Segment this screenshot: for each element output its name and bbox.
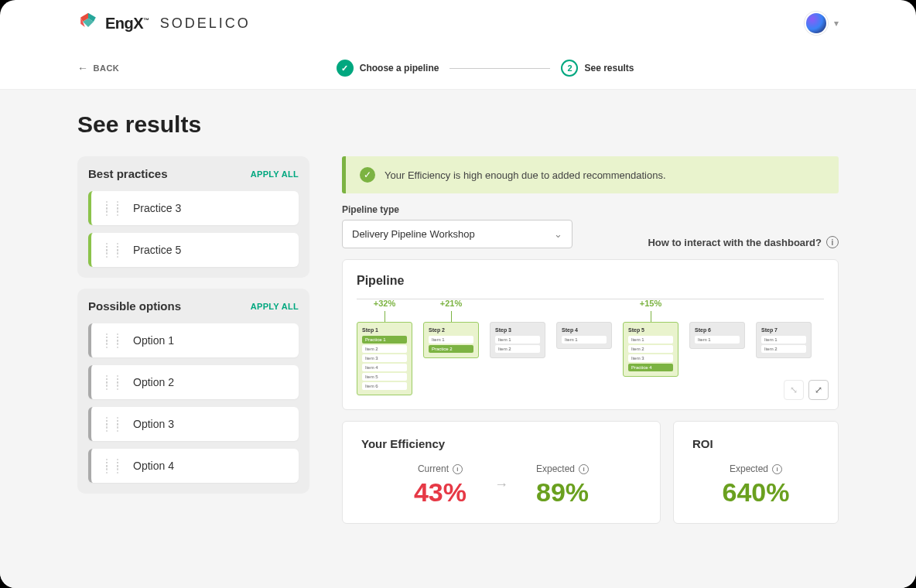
pipeline-step[interactable]: Step 3Item 1Item 2 [490, 322, 545, 358]
step-1[interactable]: ✓ Choose a pipeline [337, 60, 439, 77]
step-name: Step 6 [695, 327, 740, 333]
step-item: Item 2 [761, 345, 806, 353]
step-name: Step 4 [562, 327, 607, 333]
percent-change: +32% [374, 299, 395, 308]
brand-subtitle: SODELICO [160, 15, 251, 32]
best-practices-panel: Best practices APPLY ALL ⋮⋮⋮⋮⋮⋮Practice … [77, 156, 309, 278]
step-name: Step 1 [362, 327, 407, 333]
roi-panel: ROI Expectedi 640% [673, 421, 839, 524]
check-circle-icon: ✓ [360, 167, 375, 183]
step-item: Practice 2 [429, 345, 473, 353]
apply-all-button[interactable]: APPLY ALL [251, 169, 299, 179]
step-item: Item 6 [362, 382, 407, 390]
step-item: Item 2 [628, 345, 673, 353]
current-value: 43% [414, 477, 467, 508]
expected-value: 89% [536, 477, 589, 508]
arrow-right-icon: → [494, 477, 508, 493]
topbar: EngX™ SODELICO ▾ [0, 0, 916, 47]
zoom-in-button[interactable]: ⤢ [808, 380, 829, 400]
grip-icon[interactable]: ⋮⋮⋮⋮⋮⋮ [102, 203, 124, 213]
alert-text: Your Efficiency is high enough due to ad… [385, 169, 666, 181]
percent-change: +15% [640, 299, 661, 308]
arrow-left-icon: ← [77, 62, 89, 74]
current-label: Currenti [418, 463, 463, 474]
card-label: Option 3 [133, 418, 174, 430]
step-item: Item 2 [362, 345, 407, 353]
info-icon: i [826, 236, 839, 248]
success-alert: ✓ Your Efficiency is high enough due to … [342, 156, 839, 193]
step-item: Item 5 [362, 373, 407, 381]
metric-title: ROI [692, 437, 819, 450]
percent-change: +21% [440, 299, 462, 308]
practice-card[interactable]: ⋮⋮⋮⋮⋮⋮Practice 5 [88, 233, 299, 267]
step-item: Item 1 [562, 336, 607, 344]
option-card[interactable]: ⋮⋮⋮⋮⋮⋮Option 1 [88, 323, 299, 357]
option-card[interactable]: ⋮⋮⋮⋮⋮⋮Option 2 [88, 365, 299, 399]
chevron-down-icon: ⌄ [554, 228, 562, 240]
pipeline-step[interactable]: Step 6Item 1 [689, 322, 745, 349]
apply-all-button[interactable]: APPLY ALL [251, 302, 299, 311]
expected-label: Expectedi [730, 463, 782, 474]
pipeline-step[interactable]: +32%Step 1Practice 1Item 2Item 3Item 4It… [357, 322, 412, 395]
step-item: Item 3 [362, 354, 407, 362]
pipeline-step[interactable]: Step 4Item 1 [556, 322, 612, 349]
step-name: Step 3 [495, 327, 540, 333]
grip-icon[interactable]: ⋮⋮⋮⋮⋮⋮ [102, 378, 124, 387]
zoom-out-button[interactable]: ⤡ [784, 380, 804, 400]
progress-steps: ✓ Choose a pipeline 2 See results [132, 60, 839, 77]
check-icon: ✓ [337, 60, 354, 77]
card-label: Option 2 [133, 376, 174, 388]
step-connector [449, 68, 550, 69]
info-icon[interactable]: i [772, 464, 782, 474]
grip-icon[interactable]: ⋮⋮⋮⋮⋮⋮ [102, 245, 124, 255]
pipeline-step[interactable]: +21%Step 2Item 1Practice 2 [423, 322, 479, 358]
step-name: Step 5 [628, 327, 673, 333]
pipeline-step[interactable]: +15%Step 5Item 1Item 2Item 3Practice 4 [623, 322, 678, 377]
step-item: Item 1 [429, 336, 473, 344]
practice-card[interactable]: ⋮⋮⋮⋮⋮⋮Practice 3 [88, 191, 299, 225]
logo-icon [77, 11, 99, 36]
step-2[interactable]: 2 See results [561, 60, 634, 77]
back-label: BACK [94, 63, 120, 73]
page-title: See results [77, 111, 839, 138]
step-item: Item 1 [628, 336, 673, 344]
card-label: Practice 5 [133, 244, 181, 256]
step-item: Item 1 [761, 336, 806, 344]
brand-name: EngX™ [105, 15, 149, 32]
grip-icon[interactable]: ⋮⋮⋮⋮⋮⋮ [102, 336, 124, 345]
option-card[interactable]: ⋮⋮⋮⋮⋮⋮Option 4 [88, 449, 299, 483]
efficiency-panel: Your Efficiency Currenti 43% → Expectedi… [342, 421, 661, 524]
card-label: Option 1 [133, 334, 174, 347]
step-item: Item 4 [362, 364, 407, 371]
back-button[interactable]: ← BACK [77, 62, 119, 74]
user-menu[interactable]: ▾ [805, 12, 839, 35]
step-name: Step 2 [429, 327, 473, 333]
possible-options-panel: Possible options APPLY ALL ⋮⋮⋮⋮⋮⋮Option … [77, 289, 309, 494]
step-number: 2 [561, 60, 578, 77]
pipeline-panel: Pipeline +32%Step 1Practice 1Item 2Item … [342, 259, 839, 410]
step-item: Item 2 [495, 345, 540, 353]
card-label: Practice 3 [133, 202, 181, 214]
step-item: Practice 4 [628, 364, 673, 371]
option-card[interactable]: ⋮⋮⋮⋮⋮⋮Option 3 [88, 407, 299, 441]
chevron-down-icon: ▾ [834, 18, 839, 29]
pipeline-type-label: Pipeline type [342, 204, 572, 215]
info-icon[interactable]: i [579, 464, 589, 474]
panel-title: Best practices [88, 167, 168, 180]
logo[interactable]: EngX™ SODELICO [77, 11, 251, 36]
stepper-bar: ← BACK ✓ Choose a pipeline 2 See results [0, 47, 916, 90]
step-item: Practice 1 [362, 336, 407, 344]
pipeline-step[interactable]: Step 7Item 1Item 2 [756, 322, 812, 358]
help-link[interactable]: How to interact with the dashboard? i [648, 236, 839, 248]
step-item: Item 3 [628, 354, 673, 362]
metric-title: Your Efficiency [361, 437, 641, 450]
info-icon[interactable]: i [453, 464, 463, 474]
expected-label: Expectedi [536, 463, 589, 474]
roi-value: 640% [723, 477, 790, 508]
pipeline-type-select[interactable]: Delivery Pipeline Workshop ⌄ [342, 220, 572, 248]
grip-icon[interactable]: ⋮⋮⋮⋮⋮⋮ [102, 419, 124, 429]
grip-icon[interactable]: ⋮⋮⋮⋮⋮⋮ [102, 461, 124, 470]
panel-title: Possible options [88, 299, 181, 313]
step-item: Item 1 [695, 336, 740, 344]
avatar [805, 12, 828, 35]
